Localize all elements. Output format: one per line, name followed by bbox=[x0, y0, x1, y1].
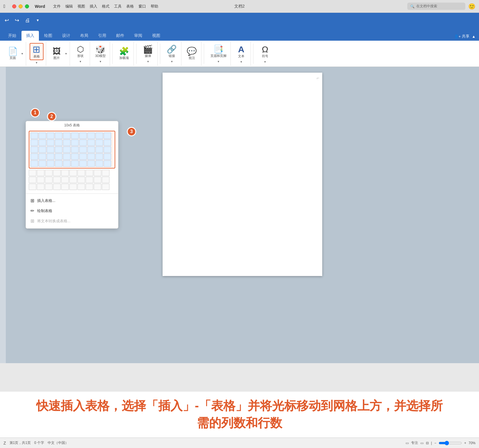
table-grid-selected[interactable] bbox=[30, 132, 114, 167]
focus-label[interactable]: 专注 bbox=[411, 440, 418, 445]
grid-cell-empty[interactable] bbox=[53, 177, 61, 183]
shapes-button[interactable]: ⬡ 形状 bbox=[73, 44, 87, 59]
search-bar[interactable]: 🔍 在文档中搜索 bbox=[407, 3, 465, 10]
table-dropdown-arrow[interactable]: ▼ bbox=[35, 61, 38, 64]
grid-cell-empty[interactable] bbox=[102, 177, 109, 183]
grid-cell-highlighted[interactable] bbox=[79, 160, 87, 167]
comments-button[interactable]: 💬 批注 bbox=[185, 46, 199, 61]
tab-design[interactable]: 设计 bbox=[57, 31, 75, 41]
menu-tools[interactable]: 工具 bbox=[114, 4, 122, 9]
grid-cell-empty[interactable] bbox=[53, 170, 61, 176]
grid-cell-empty[interactable] bbox=[94, 170, 101, 176]
grid-cell-highlighted[interactable] bbox=[63, 160, 71, 167]
symbols-dropdown-arrow[interactable]: ▼ bbox=[264, 60, 266, 63]
close-button[interactable] bbox=[12, 4, 16, 8]
grid-cell-highlighted[interactable] bbox=[71, 132, 79, 139]
grid-cell-highlighted[interactable] bbox=[87, 132, 95, 139]
insert-table-item[interactable]: ⊞ 插入表格... bbox=[26, 196, 118, 206]
addins-button[interactable]: 🧩 加载项 bbox=[117, 46, 131, 61]
grid-cell-highlighted[interactable] bbox=[39, 132, 46, 139]
grid-cell-highlighted[interactable] bbox=[47, 146, 54, 153]
table-button[interactable]: ⊞ 表格 bbox=[30, 43, 44, 60]
grid-cell-highlighted[interactable] bbox=[55, 153, 62, 160]
grid-cell-highlighted[interactable] bbox=[47, 153, 54, 160]
menu-format[interactable]: 格式 bbox=[102, 4, 109, 9]
grid-cell-empty[interactable] bbox=[69, 170, 77, 176]
pages-dropdown-arrow[interactable]: ▼ bbox=[21, 52, 24, 55]
grid-cell-empty[interactable] bbox=[29, 170, 36, 176]
grid-cell-highlighted[interactable] bbox=[55, 139, 62, 146]
minimize-button[interactable] bbox=[19, 4, 23, 8]
grid-cell-highlighted[interactable] bbox=[63, 139, 71, 146]
grid-cell-highlighted[interactable] bbox=[96, 160, 103, 167]
grid-cell-highlighted[interactable] bbox=[79, 139, 87, 146]
grid-cell-highlighted[interactable] bbox=[104, 132, 111, 139]
share-button[interactable]: 👤+ 共享 bbox=[454, 34, 470, 39]
grid-cell-empty[interactable] bbox=[86, 177, 93, 183]
grid-cell-highlighted[interactable] bbox=[96, 146, 103, 153]
menu-edit[interactable]: 编辑 bbox=[65, 4, 73, 9]
grid-cell-highlighted[interactable] bbox=[96, 139, 103, 146]
draw-table-item[interactable]: ✏ 绘制表格 bbox=[26, 206, 118, 216]
tab-mailings[interactable]: 邮件 bbox=[111, 31, 129, 41]
grid-cell-highlighted[interactable] bbox=[79, 132, 87, 139]
grid-cell-highlighted[interactable] bbox=[39, 160, 46, 167]
media-button[interactable]: 🎬 媒体 bbox=[141, 44, 155, 59]
grid-cell-empty[interactable] bbox=[102, 184, 109, 190]
table-grid-rest[interactable] bbox=[29, 170, 115, 190]
menu-table[interactable]: 表格 bbox=[126, 4, 134, 9]
grid-cell-highlighted[interactable] bbox=[79, 153, 87, 160]
collapse-ribbon-button[interactable]: ▲ bbox=[472, 34, 476, 39]
grid-cell-highlighted[interactable] bbox=[55, 160, 62, 167]
text-dropdown-arrow[interactable]: ▼ bbox=[240, 60, 242, 63]
grid-cell-highlighted[interactable] bbox=[55, 146, 62, 153]
grid-cell-highlighted[interactable] bbox=[87, 160, 95, 167]
zoom-slider[interactable] bbox=[439, 441, 462, 445]
grid-cell-highlighted[interactable] bbox=[87, 153, 95, 160]
grid-cell-highlighted[interactable] bbox=[71, 146, 79, 153]
3d-button[interactable]: 🎲 3D模型 bbox=[93, 44, 107, 59]
3d-dropdown-arrow[interactable]: ▼ bbox=[99, 60, 102, 63]
grid-cell-highlighted[interactable] bbox=[87, 146, 95, 153]
grid-cell-highlighted[interactable] bbox=[79, 146, 87, 153]
table-grid-highlighted[interactable] bbox=[29, 131, 115, 169]
grid-cell-empty[interactable] bbox=[86, 184, 93, 190]
redo-button[interactable]: ↪ bbox=[12, 16, 21, 25]
grid-cell-highlighted[interactable] bbox=[71, 153, 79, 160]
grid-cell-highlighted[interactable] bbox=[104, 160, 111, 167]
grid-cell-highlighted[interactable] bbox=[30, 153, 38, 160]
maximize-button[interactable] bbox=[25, 4, 29, 8]
grid-cell-highlighted[interactable] bbox=[55, 132, 62, 139]
grid-cell-empty[interactable] bbox=[45, 170, 53, 176]
grid-cell-highlighted[interactable] bbox=[63, 146, 71, 153]
grid-cell-empty[interactable] bbox=[61, 177, 69, 183]
links-dropdown-arrow[interactable]: ▼ bbox=[170, 60, 173, 63]
grid-cell-highlighted[interactable] bbox=[104, 153, 111, 160]
menu-view[interactable]: 视图 bbox=[78, 4, 85, 9]
grid-cell-highlighted[interactable] bbox=[63, 153, 71, 160]
grid-cell-empty[interactable] bbox=[69, 184, 77, 190]
menu-window[interactable]: 窗口 bbox=[138, 4, 146, 9]
links-button[interactable]: 🔗 链接 bbox=[165, 44, 179, 59]
zoom-in-button[interactable]: + bbox=[464, 441, 466, 445]
grid-cell-empty[interactable] bbox=[45, 177, 53, 183]
grid-cell-highlighted[interactable] bbox=[87, 139, 95, 146]
grid-cell-highlighted[interactable] bbox=[30, 146, 38, 153]
grid-cell-empty[interactable] bbox=[45, 184, 53, 190]
grid-cell-empty[interactable] bbox=[37, 184, 44, 190]
tab-view[interactable]: 视图 bbox=[147, 31, 165, 41]
grid-cell-empty[interactable] bbox=[102, 170, 109, 176]
grid-cell-highlighted[interactable] bbox=[96, 153, 103, 160]
grid-cell-empty[interactable] bbox=[94, 184, 101, 190]
grid-cell-empty[interactable] bbox=[53, 184, 61, 190]
print-button[interactable]: 🖨 bbox=[23, 16, 33, 25]
grid-cell-empty[interactable] bbox=[94, 177, 101, 183]
grid-cell-highlighted[interactable] bbox=[47, 139, 54, 146]
shapes-dropdown-arrow[interactable]: ▼ bbox=[79, 60, 82, 63]
grid-cell-empty[interactable] bbox=[37, 170, 44, 176]
symbols-button[interactable]: Ω 符号 bbox=[258, 44, 272, 59]
grid-cell-highlighted[interactable] bbox=[71, 139, 79, 146]
grid-cell-highlighted[interactable] bbox=[47, 160, 54, 167]
grid-cell-highlighted[interactable] bbox=[104, 146, 111, 153]
grid-cell-empty[interactable] bbox=[69, 177, 77, 183]
